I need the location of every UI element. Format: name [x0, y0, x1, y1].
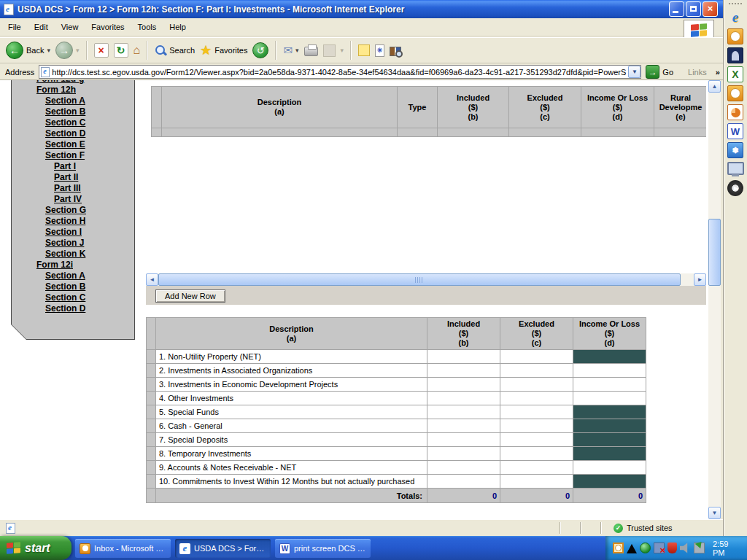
toolbar-grip[interactable] [729, 3, 742, 5]
forward-button[interactable]: → ▾ [55, 42, 80, 59]
included-cell[interactable] [427, 419, 500, 433]
excluded-cell[interactable] [500, 364, 573, 378]
powerpoint-icon[interactable] [727, 104, 743, 120]
row-selector-cell[interactable] [147, 433, 156, 447]
menu-item[interactable]: Favorites [85, 20, 131, 34]
antivirus-shield-icon[interactable] [667, 542, 677, 553]
mail-button[interactable]: ✉ ▾ [283, 44, 298, 57]
row-selector-cell[interactable] [147, 350, 156, 364]
horizontal-scroll-thumb[interactable] [158, 273, 681, 286]
close-button[interactable]: × [703, 1, 718, 17]
income-or-loss-cell[interactable] [573, 378, 646, 392]
history-icon[interactable]: ↺ [252, 42, 268, 58]
sidebar-link[interactable]: Part IV [12, 194, 134, 205]
excluded-cell[interactable] [500, 419, 573, 433]
horizontal-scrollbar[interactable]: ◄ ► [146, 273, 706, 286]
scroll-right-icon[interactable]: ► [694, 273, 706, 286]
minimize-button[interactable] [669, 1, 684, 17]
network-error-icon[interactable] [654, 542, 665, 553]
included-cell[interactable] [427, 364, 500, 378]
home-icon[interactable]: ⌂ [133, 44, 141, 57]
income-or-loss-cell[interactable] [573, 350, 646, 364]
favorites-button[interactable]: ★ Favorites [200, 42, 247, 58]
included-cell[interactable] [427, 405, 500, 419]
sidebar-link[interactable]: Section D [12, 303, 134, 314]
menu-item[interactable]: Tools [131, 20, 163, 34]
search-button[interactable]: Search [155, 44, 195, 56]
income-or-loss-cell[interactable] [573, 405, 646, 419]
print-icon[interactable] [304, 47, 318, 56]
restore-button[interactable] [686, 1, 701, 17]
sidebar-link[interactable]: Section H [12, 216, 134, 227]
income-or-loss-cell[interactable] [573, 461, 646, 475]
excluded-cell[interactable] [500, 447, 573, 461]
messenger-icon[interactable] [727, 142, 743, 158]
excluded-cell[interactable] [500, 433, 573, 447]
included-cell[interactable] [427, 433, 500, 447]
income-or-loss-cell[interactable] [573, 364, 646, 378]
sidebar-link[interactable]: Part I [12, 161, 134, 172]
go-button[interactable]: → Go [646, 65, 673, 79]
sidebar-link[interactable]: Section J [12, 238, 134, 249]
discuss-note-icon[interactable] [358, 44, 370, 56]
sidebar-link[interactable]: Part III [12, 183, 134, 194]
refresh-icon[interactable]: ↻ [114, 43, 128, 58]
sidebar-link[interactable]: Form 12i [12, 260, 134, 271]
included-cell[interactable] [427, 461, 500, 475]
scroll-down-icon[interactable]: ▼ [708, 507, 721, 519]
income-or-loss-cell[interactable] [573, 419, 646, 433]
address-dropdown-icon[interactable]: ▼ [628, 66, 640, 78]
sidebar-link[interactable]: Section E [12, 139, 134, 150]
included-cell[interactable] [427, 475, 500, 489]
excluded-cell[interactable] [500, 475, 573, 489]
vertical-scrollbar[interactable]: ▲ ▼ [708, 80, 721, 519]
research-icon[interactable] [390, 47, 401, 56]
income-or-loss-cell[interactable] [573, 447, 646, 461]
outlook-icon[interactable] [727, 85, 743, 101]
income-or-loss-cell[interactable] [573, 433, 646, 447]
sidebar-link[interactable]: Section C [12, 292, 134, 303]
taskbar-task-outlook[interactable]: Inbox - Microsoft Out... [75, 539, 171, 558]
menu-item[interactable]: Help [163, 20, 193, 34]
row-selector-cell[interactable] [147, 378, 156, 392]
outlook-reminder-icon[interactable] [727, 28, 743, 44]
menu-item[interactable]: File [1, 20, 28, 34]
links-label[interactable]: Links [688, 68, 707, 77]
word-icon[interactable] [727, 123, 743, 139]
excel-icon[interactable] [727, 66, 743, 82]
menu-item[interactable]: Edit [28, 20, 55, 34]
sidebar-link[interactable]: Section B [12, 281, 134, 292]
network-globe-icon[interactable] [640, 542, 651, 553]
included-cell[interactable] [427, 378, 500, 392]
sidebar-link[interactable]: Section K [12, 249, 134, 260]
scroll-up-icon[interactable]: ▲ [708, 80, 721, 93]
row-selector-cell[interactable] [147, 475, 156, 489]
income-or-loss-cell[interactable] [573, 392, 646, 405]
taskbar-task-usda-dcs[interactable]: USDA DCS > Form 12... [175, 539, 271, 558]
stop-icon[interactable]: × [94, 43, 109, 58]
address-input[interactable]: http://dcs.test.sc.egov.usda.gov/Form12/… [39, 65, 641, 79]
sidebar-link[interactable]: Part II [12, 172, 134, 183]
links-chevron-icon[interactable]: » [716, 68, 720, 77]
vertical-scroll-thumb[interactable] [708, 219, 721, 286]
back-dropdown-icon[interactable]: ▾ [47, 47, 50, 54]
excluded-cell[interactable] [500, 392, 573, 405]
row-selector-cell[interactable] [147, 419, 156, 433]
row-selector-cell[interactable] [147, 405, 156, 419]
sidebar-link[interactable]: Section F [12, 150, 134, 161]
included-cell[interactable] [427, 447, 500, 461]
reminder-clock-icon[interactable] [613, 542, 624, 553]
row-selector-cell[interactable] [147, 447, 156, 461]
citrix-icon[interactable] [727, 47, 743, 63]
sidebar-link[interactable]: Section B [12, 106, 134, 117]
excluded-cell[interactable] [500, 350, 573, 364]
income-or-loss-cell[interactable] [573, 475, 646, 489]
excluded-cell[interactable] [500, 461, 573, 475]
add-new-row-button[interactable]: Add New Row [155, 289, 225, 303]
sidebar-link[interactable]: Section A [12, 271, 134, 281]
row-selector-cell[interactable] [147, 364, 156, 378]
my-computer-icon[interactable] [727, 161, 743, 177]
sidebar-link[interactable]: Section C [12, 117, 134, 128]
menu-item[interactable]: View [55, 20, 85, 34]
included-cell[interactable] [427, 350, 500, 364]
